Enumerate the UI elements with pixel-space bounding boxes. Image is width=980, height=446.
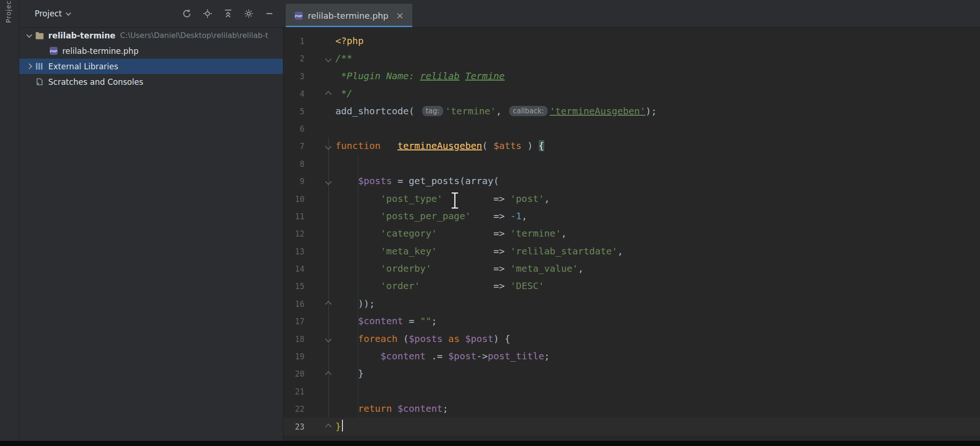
code-text[interactable]: <?php	[335, 35, 364, 46]
code-text[interactable]: return $content;	[335, 403, 448, 414]
code-line-6[interactable]: 6	[283, 120, 980, 137]
fold-marker-icon[interactable]	[304, 330, 335, 348]
tab-close-icon[interactable]: ×	[396, 11, 404, 20]
collapse-all-icon[interactable]	[223, 8, 233, 19]
code-line-5[interactable]: 5add_shortcode( tag:'termine', callback:…	[283, 103, 980, 120]
code-line-13[interactable]: 13 'meta_key' => 'relilab_startdate',	[283, 243, 980, 260]
code-line-17[interactable]: 17 $content = "";	[283, 312, 980, 330]
code-line-7[interactable]: 7function termineAusgeben( $atts ) {	[283, 137, 980, 155]
line-number: 18	[283, 331, 304, 348]
code-line-19[interactable]: 19 $content .= $post->post_title;	[283, 348, 980, 365]
line-number: 6	[283, 120, 304, 138]
code-text[interactable]: }	[335, 368, 364, 379]
fold-marker-icon[interactable]	[304, 172, 335, 190]
code-text[interactable]: 'meta_key' => 'relilab_startdate',	[335, 245, 623, 257]
tree-item-label: relilab-termine.php	[62, 46, 139, 56]
tree-item-label: Scratches and Consoles	[48, 77, 143, 87]
tab-label: relilab-termine.php	[308, 11, 388, 21]
code-line-16[interactable]: 16 ));	[283, 295, 980, 312]
code-line-11[interactable]: 11 'posts_per_page' => -1,	[283, 208, 980, 225]
project-panel-header: Project	[19, 0, 283, 27]
code-text[interactable]: $content = "";	[335, 315, 437, 327]
chevron-right-icon[interactable]	[23, 64, 35, 68]
line-number: 21	[283, 383, 304, 401]
code-text[interactable]: add_shortcode( tag:'termine', callback:'…	[335, 105, 657, 117]
code-text[interactable]: */	[335, 88, 352, 99]
line-number: 23	[283, 418, 304, 436]
chevron-down-icon[interactable]	[67, 13, 70, 15]
code-text[interactable]: *Plugin Name: relilab Termine	[335, 70, 505, 82]
tree-item-scratches-and-consoles[interactable]: Scratches and Consoles	[19, 74, 283, 89]
fold-marker-icon[interactable]	[304, 137, 335, 155]
line-number: 13	[283, 243, 304, 260]
code-editor: 1<?php2/**3 *Plugin Name: relilab Termin…	[283, 28, 980, 446]
code-line-14[interactable]: 14 'orderby' => 'meta_value',	[283, 260, 980, 277]
code-text[interactable]: 'order' => 'DESC'	[335, 280, 544, 291]
code-text[interactable]: $content .= $post->post_title;	[335, 350, 550, 362]
line-number: 16	[283, 296, 304, 313]
chevron-down-icon[interactable]	[23, 34, 35, 37]
code-line-23[interactable]: 23}	[283, 418, 980, 435]
left-tool-stripe: Project	[0, 0, 19, 446]
line-number: 19	[283, 348, 304, 365]
code-line-20[interactable]: 20 }	[283, 365, 980, 382]
code-text[interactable]: foreach ($posts as $post) {	[335, 333, 510, 344]
fold-marker-icon[interactable]	[304, 50, 335, 67]
code-text[interactable]: 'category' => 'termine',	[335, 228, 567, 239]
fold-marker-icon[interactable]	[304, 85, 335, 102]
text-caret	[342, 420, 343, 431]
line-number: 10	[283, 191, 304, 208]
editor-tab-bar: PHP relilab-termine.php ×	[283, 0, 980, 27]
content-row: relilab-termineC:\Users\Daniel\Desktop\r…	[19, 28, 980, 446]
code-text[interactable]: /**	[335, 52, 352, 64]
tool-stripe-project-button[interactable]: Project	[5, 0, 12, 23]
line-number: 3	[283, 68, 304, 85]
code-line-10[interactable]: 10 'post_type' => 'post',	[283, 190, 980, 208]
code-area[interactable]: 1<?php2/**3 *Plugin Name: relilab Termin…	[283, 28, 980, 446]
tree-item-external-libraries[interactable]: External Libraries	[19, 59, 283, 74]
code-text[interactable]: ));	[335, 298, 375, 309]
code-line-15[interactable]: 15 'order' => 'DESC'	[283, 277, 980, 295]
locate-icon[interactable]	[202, 8, 213, 19]
scratches-icon	[35, 78, 44, 86]
svg-text:PHP: PHP	[50, 50, 58, 53]
line-number: 4	[283, 85, 304, 103]
fold-marker-icon[interactable]	[304, 365, 335, 382]
code-line-1[interactable]: 1<?php	[283, 32, 980, 50]
line-number: 15	[283, 278, 304, 295]
code-line-2[interactable]: 2/**	[283, 50, 980, 67]
php-file-icon: PHP	[294, 11, 303, 20]
tree-item-relilab-termine[interactable]: relilab-termineC:\Users\Daniel\Desktop\r…	[19, 28, 283, 43]
tree-item-relilab-termine-php[interactable]: PHPrelilab-termine.php	[19, 43, 283, 59]
code-line-9[interactable]: 9 $posts = get_posts(array(	[283, 172, 980, 190]
code-text[interactable]: 'posts_per_page' => -1,	[335, 210, 527, 222]
code-line-12[interactable]: 12 'category' => 'termine',	[283, 225, 980, 242]
ide-window: Project Project PHP relilab-termine.php …	[0, 0, 980, 446]
tree-item-label: External Libraries	[48, 62, 118, 71]
screen-bottom-edge	[0, 441, 980, 446]
code-line-4[interactable]: 4 */	[283, 85, 980, 102]
code-text[interactable]: 'post_type' => 'post',	[335, 193, 550, 204]
code-line-22[interactable]: 22 return $content;	[283, 400, 980, 417]
line-number: 12	[283, 225, 304, 243]
folder-icon	[35, 31, 44, 39]
code-line-8[interactable]: 8	[283, 155, 980, 172]
line-number: 8	[283, 156, 304, 173]
project-tree: relilab-termineC:\Users\Daniel\Desktop\r…	[19, 28, 283, 446]
code-line-21[interactable]: 21	[283, 383, 980, 400]
code-text[interactable]: 'orderby' => 'meta_value',	[335, 263, 584, 274]
fold-marker-icon[interactable]	[304, 418, 335, 435]
code-line-18[interactable]: 18 foreach ($posts as $post) {	[283, 330, 980, 348]
project-panel-title[interactable]: Project	[35, 9, 62, 18]
code-text[interactable]: function termineAusgeben( $atts ) {	[335, 140, 544, 151]
fold-marker-icon[interactable]	[304, 295, 335, 312]
sync-icon[interactable]	[182, 8, 192, 19]
line-number: 22	[283, 401, 304, 418]
editor-tab-relilab-termine-php[interactable]: PHP relilab-termine.php ×	[286, 4, 412, 27]
code-text[interactable]: $posts = get_posts(array(	[335, 175, 499, 186]
settings-gear-icon[interactable]	[244, 8, 254, 19]
line-number: 5	[283, 103, 304, 120]
code-line-3[interactable]: 3 *Plugin Name: relilab Termine	[283, 67, 980, 85]
code-text[interactable]: }	[335, 421, 343, 432]
hide-panel-icon[interactable]	[264, 8, 275, 19]
